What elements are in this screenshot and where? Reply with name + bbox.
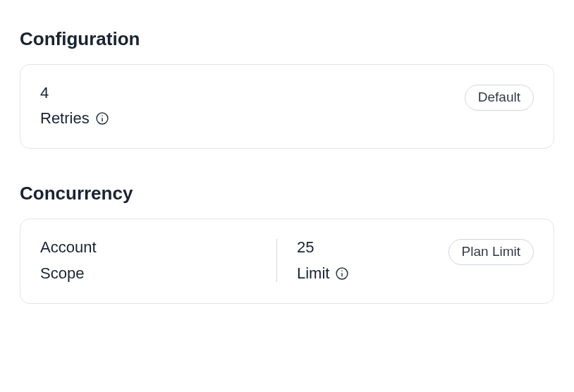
limit-content: 25 Limit: [297, 239, 349, 281]
retries-label: Retries: [40, 110, 90, 127]
scope-cell: Account Scope: [40, 239, 262, 281]
configuration-title: Configuration: [20, 28, 554, 50]
scope-value: Account: [40, 239, 97, 256]
retries-cell: 4 Retries Default: [40, 85, 534, 127]
retries-content: 4 Retries: [40, 85, 109, 127]
configuration-section: Configuration 4 Retries Default: [20, 28, 554, 149]
limit-value: 25: [297, 239, 349, 256]
limit-label: Limit: [297, 265, 329, 282]
info-icon[interactable]: [335, 267, 349, 281]
limit-badge: Plan Limit: [448, 239, 534, 265]
retries-value: 4: [40, 85, 109, 102]
svg-point-2: [102, 116, 103, 117]
concurrency-title: Concurrency: [20, 183, 554, 204]
limit-label-row: Limit: [297, 265, 349, 282]
cell-divider: [276, 239, 277, 281]
limit-cell: 25 Limit Plan Limit: [297, 239, 534, 281]
scope-content: Account Scope: [40, 239, 97, 281]
info-icon[interactable]: [95, 111, 109, 125]
retries-label-row: Retries: [40, 110, 109, 127]
retries-badge: Default: [465, 85, 534, 111]
svg-point-5: [342, 270, 343, 271]
concurrency-section: Concurrency Account Scope 25 Limit: [20, 183, 554, 303]
scope-label-row: Scope: [40, 265, 97, 282]
concurrency-card: Account Scope 25 Limit: [20, 219, 554, 303]
scope-label: Scope: [40, 265, 84, 282]
configuration-card: 4 Retries Default: [20, 64, 554, 149]
